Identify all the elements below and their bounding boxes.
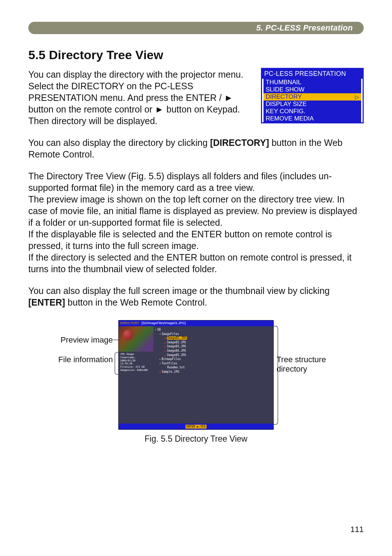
tree: SD ImageFiles Image01.JPG Image02.JPG Im… xyxy=(155,328,272,374)
directory-bold: [DIRECTORY] xyxy=(210,138,269,148)
callout-fileinfo: File information xyxy=(57,355,113,364)
paragraph-5: If the displayable file is selected and … xyxy=(28,228,364,252)
dir-label: DIRECTORY xyxy=(120,321,139,325)
chapter-title: 5. PC-LESS Presentation xyxy=(256,23,353,33)
enter-bold: [ENTER] xyxy=(28,297,65,307)
pcless-menu: PC-LESS PRESENTATION THUMBNAIL SLIDE SHO… xyxy=(261,68,364,123)
menu-item-directory[interactable]: DIRECTORY ▷ xyxy=(262,93,363,101)
tree-folder[interactable]: SD xyxy=(155,328,272,332)
text: You can also display the directory by cl… xyxy=(28,138,210,148)
directory-view-window: DIRECTORY [SD/ImageFiles/Image01.JPG] JP… xyxy=(118,320,274,430)
fi-line: JPG Image xyxy=(120,353,152,356)
tree-folder[interactable]: TextFiles xyxy=(155,361,272,366)
tree-file[interactable]: Image05.JPG xyxy=(155,353,272,357)
body-text: PC-LESS PRESENTATION THUMBNAIL SLIDE SHO… xyxy=(28,69,364,308)
paragraph-4: The preview image is shown on the top le… xyxy=(28,193,364,228)
directory-body: JPG Image Timestamp: 2005/07/26 15:34:20… xyxy=(119,326,273,424)
directory-titlebar: DIRECTORY [SD/ImageFiles/Image01.JPG] xyxy=(119,320,273,326)
fi-line: Filesize: 213 kB xyxy=(120,365,152,369)
directory-tree-panel: SD ImageFiles Image01.JPG Image02.JPG Im… xyxy=(154,326,273,424)
page-number: 111 xyxy=(350,525,364,534)
fi-line: 15:34:20 xyxy=(120,362,152,365)
tree-file-selected: Image01.JPG xyxy=(167,336,187,340)
menu-item-slideshow[interactable]: SLIDE SHOW xyxy=(262,86,363,93)
page: 5. PC-LESS Presentation 5.5 Directory Tr… xyxy=(0,0,392,556)
dir-path: [SD/ImageFiles/Image01.JPG] xyxy=(142,321,186,325)
tree-file[interactable]: Image03.JPG xyxy=(155,344,272,349)
menu-items: THUMBNAIL SLIDE SHOW DIRECTORY ▷ DISPLAY… xyxy=(262,79,363,122)
text: button in the Web Remote Control. xyxy=(65,297,207,307)
paragraph-3: The Directory Tree View (Fig. 5.5) displ… xyxy=(28,170,364,193)
fi-line: Imagesize: 640x480 xyxy=(120,369,152,372)
tree-file[interactable]: Image01.JPG xyxy=(155,336,272,340)
menu-item-displaysize[interactable]: DISPLAY SIZE xyxy=(262,101,363,108)
chevron-right-icon: ▷ xyxy=(355,93,359,101)
paragraph-2: You can also display the directory by cl… xyxy=(28,137,364,160)
text: You can also display the full screen ima… xyxy=(28,286,330,296)
tree-file[interactable]: Sample.JPG xyxy=(155,370,272,374)
chapter-header-bar: 5. PC-LESS Presentation xyxy=(28,22,364,34)
file-information: JPG Image Timestamp: 2005/07/26 15:34:20… xyxy=(119,352,154,373)
fi-line: Timestamp: xyxy=(120,356,152,359)
figure-inner: Preview image File information Tree stru… xyxy=(118,320,274,430)
directory-bottombar: ENTER ▶:YES xyxy=(119,424,273,429)
enter-badge: ENTER ▶:YES xyxy=(185,425,207,429)
callout-tree: Tree structure directory xyxy=(277,355,335,374)
menu-item-thumbnail[interactable]: THUMBNAIL xyxy=(262,79,363,86)
tree-folder[interactable]: BitmapFiles xyxy=(155,357,272,361)
paragraph-6: If the directory is selected and the ENT… xyxy=(28,252,364,275)
callout-preview: Preview image xyxy=(57,335,113,345)
figure-caption: Fig. 5.5 Directory Tree View xyxy=(28,434,364,444)
tree-file[interactable]: Readme.txt xyxy=(155,365,272,370)
tree-file[interactable]: Image02.JPG xyxy=(155,340,272,345)
tree-file[interactable]: Image04.JPG xyxy=(155,349,272,353)
fi-line: 2005/07/26 xyxy=(120,359,152,363)
paragraph-7: You can also display the full screen ima… xyxy=(28,285,364,308)
section-title: 5.5 Directory Tree View xyxy=(28,48,364,62)
menu-title: PC-LESS PRESENTATION xyxy=(262,69,363,79)
figure-5-5: Preview image File information Tree stru… xyxy=(28,319,364,444)
menu-item-keyconfig[interactable]: KEY CONFIG. xyxy=(262,108,363,115)
menu-item-label: DIRECTORY xyxy=(266,93,302,101)
menu-item-removemedia[interactable]: REMOVE MEDIA xyxy=(262,115,363,122)
directory-left-panel: JPG Image Timestamp: 2005/07/26 15:34:20… xyxy=(119,326,154,424)
tree-folder[interactable]: ImageFiles xyxy=(155,332,272,336)
preview-image xyxy=(119,326,154,352)
